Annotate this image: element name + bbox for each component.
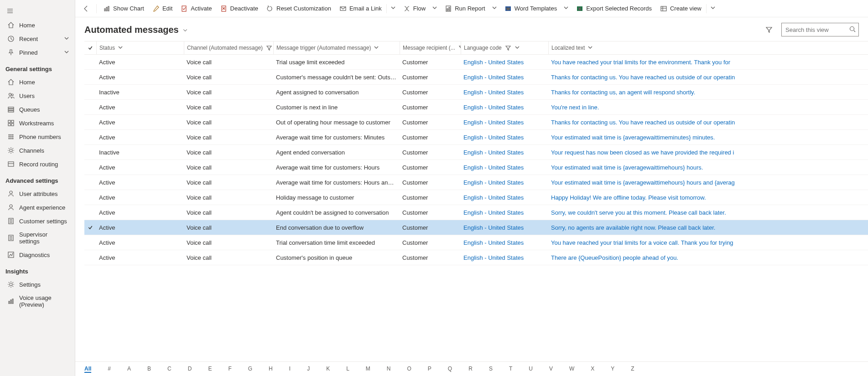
- view-title-dropdown[interactable]: Automated messages: [84, 25, 188, 35]
- col-text[interactable]: Localized text: [548, 41, 868, 54]
- jump-p[interactable]: P: [428, 366, 431, 373]
- sidebar-item-home[interactable]: Home: [0, 18, 75, 32]
- cmd-dropdown[interactable]: [388, 3, 399, 14]
- cell-localized-text-link[interactable]: Sorry, no agents are available right now…: [548, 224, 868, 231]
- jump-u[interactable]: U: [529, 366, 533, 373]
- cell-language-link[interactable]: English - United States: [461, 134, 548, 141]
- table-row[interactable]: ActiveVoice callAgent couldn't be assign…: [84, 205, 868, 220]
- cell-language-link[interactable]: English - United States: [461, 179, 548, 186]
- jump-q[interactable]: Q: [448, 366, 452, 373]
- cmd-dropdown[interactable]: [489, 3, 500, 14]
- col-recipient[interactable]: Message recipient (...: [400, 41, 461, 54]
- cell-localized-text-link[interactable]: There are {QueuePosition} people ahead o…: [548, 254, 868, 261]
- col-trigger[interactable]: Message trigger (Automated message): [273, 41, 400, 54]
- jump-m[interactable]: M: [366, 366, 370, 373]
- cell-localized-text-link[interactable]: Thanks for contacting us, an agent will …: [548, 89, 868, 96]
- cell-language-link[interactable]: English - United States: [461, 239, 548, 246]
- col-status[interactable]: Status: [96, 41, 184, 54]
- cell-language-link[interactable]: English - United States: [461, 59, 548, 66]
- row-checkbox[interactable]: [84, 225, 96, 230]
- table-row[interactable]: ActiveVoice callHoliday message to custo…: [84, 190, 868, 205]
- cell-localized-text-link[interactable]: You have reached your trial limits for t…: [548, 59, 868, 66]
- cell-localized-text-link[interactable]: Sorry, we couldn't serve you at this mom…: [548, 209, 868, 216]
- cmd-dropdown[interactable]: [561, 3, 572, 14]
- select-all[interactable]: [84, 45, 96, 51]
- jump-v[interactable]: V: [549, 366, 553, 373]
- sidebar-item-phone-numbers[interactable]: Phone numbers: [0, 130, 75, 144]
- cell-language-link[interactable]: English - United States: [461, 164, 548, 171]
- cell-localized-text-link[interactable]: Your estimated wait time is {averagewait…: [548, 179, 868, 186]
- sidebar-item-users[interactable]: Users: [0, 89, 75, 103]
- jump-i[interactable]: I: [289, 366, 291, 373]
- cell-localized-text-link[interactable]: You have reached your trial limits for a…: [548, 239, 868, 246]
- col-lang[interactable]: Language code: [461, 41, 548, 54]
- sidebar-item-voice-usage-preview-[interactable]: Voice usage (Preview): [0, 291, 75, 311]
- jump-b[interactable]: B: [147, 366, 151, 373]
- table-row[interactable]: ActiveVoice callAverage wait time for cu…: [84, 175, 868, 190]
- cmd-dropdown[interactable]: [707, 3, 718, 14]
- jump-d[interactable]: D: [188, 366, 192, 373]
- sidebar-item-agent-experience[interactable]: Agent experience: [0, 201, 75, 214]
- table-row[interactable]: InactiveVoice callAgent ended conversati…: [84, 145, 868, 160]
- jump-z[interactable]: Z: [631, 366, 634, 373]
- cell-language-link[interactable]: English - United States: [461, 119, 548, 126]
- jump-c[interactable]: C: [167, 366, 172, 373]
- table-row[interactable]: ActiveVoice callCustomer's position in q…: [84, 250, 868, 265]
- cmd-word-templates[interactable]: WWord Templates: [501, 3, 561, 14]
- cell-localized-text-link[interactable]: Your estimated wait time is {averagewait…: [548, 134, 868, 141]
- table-row[interactable]: ActiveVoice callOut of operating hour me…: [84, 115, 868, 130]
- cell-localized-text-link[interactable]: Thanks for contacting us. You have reach…: [548, 74, 868, 81]
- cell-language-link[interactable]: English - United States: [461, 209, 548, 216]
- sidebar-item-settings[interactable]: Settings: [0, 278, 75, 291]
- cell-localized-text-link[interactable]: Thanks for contacting us. You have reach…: [548, 119, 868, 126]
- sidebar-item-supervisor-settings[interactable]: Supervisor settings: [0, 228, 75, 248]
- sidebar-item-recent[interactable]: Recent: [0, 32, 75, 46]
- sidebar-item-channels[interactable]: Channels: [0, 144, 75, 157]
- cell-language-link[interactable]: English - United States: [461, 74, 548, 81]
- cell-language-link[interactable]: English - United States: [461, 194, 548, 201]
- cell-localized-text-link[interactable]: Your request has now been closed as we h…: [548, 149, 868, 156]
- table-row[interactable]: ActiveVoice callCustomer's message could…: [84, 70, 868, 85]
- jump-r[interactable]: R: [468, 366, 473, 373]
- back-button[interactable]: [79, 3, 94, 14]
- cell-language-link[interactable]: English - United States: [461, 224, 548, 231]
- jump-#[interactable]: #: [108, 366, 111, 373]
- cmd-export-selected-records[interactable]: XExport Selected Records: [572, 3, 655, 14]
- sidebar-item-workstreams[interactable]: Workstreams: [0, 116, 75, 130]
- cell-language-link[interactable]: English - United States: [461, 104, 548, 111]
- cell-language-link[interactable]: English - United States: [461, 89, 548, 96]
- jump-o[interactable]: O: [407, 366, 411, 373]
- cell-language-link[interactable]: English - United States: [461, 149, 548, 156]
- col-channel[interactable]: Channel (Automated message): [184, 41, 273, 54]
- jump-all[interactable]: All: [84, 366, 91, 373]
- sidebar-item-home[interactable]: Home: [0, 75, 75, 89]
- cmd-run-report[interactable]: Run Report: [441, 3, 489, 14]
- table-row[interactable]: InactiveVoice callAgent assigned to conv…: [84, 85, 868, 100]
- search-input[interactable]: [781, 23, 859, 36]
- jump-t[interactable]: T: [509, 366, 512, 373]
- jump-k[interactable]: K: [326, 366, 330, 373]
- cell-localized-text-link[interactable]: Happy Holiday! We are offline today. Ple…: [548, 194, 868, 201]
- jump-n[interactable]: N: [387, 366, 391, 373]
- cell-localized-text-link[interactable]: You're next in line.: [548, 104, 868, 111]
- table-row[interactable]: ActiveVoice callTrial conversation time …: [84, 235, 868, 250]
- cell-localized-text-link[interactable]: Your estimated wait time is {averagewait…: [548, 164, 868, 171]
- sidebar-item-customer-settings[interactable]: Customer settings: [0, 214, 75, 228]
- table-row[interactable]: ActiveVoice callAverage wait time for cu…: [84, 130, 868, 145]
- cmd-reset-customization[interactable]: Reset Customization: [263, 3, 335, 14]
- cmd-email-a-link[interactable]: Email a Link: [336, 3, 385, 14]
- jump-l[interactable]: L: [346, 366, 349, 373]
- sidebar-item-user-attributes[interactable]: User attributes: [0, 187, 75, 201]
- jump-s[interactable]: S: [489, 366, 493, 373]
- sidebar-item-record-routing[interactable]: Record routing: [0, 157, 75, 171]
- table-row[interactable]: ActiveVoice callCustomer is next in line…: [84, 100, 868, 115]
- sidebar-item-diagnostics[interactable]: Diagnostics: [0, 248, 75, 262]
- jump-j[interactable]: J: [307, 366, 310, 373]
- jump-w[interactable]: W: [569, 366, 574, 373]
- cell-language-link[interactable]: English - United States: [461, 254, 548, 261]
- cmd-edit[interactable]: Edit: [149, 3, 176, 14]
- table-row[interactable]: ActiveVoice callAverage wait time for cu…: [84, 160, 868, 175]
- jump-x[interactable]: X: [591, 366, 594, 373]
- jump-e[interactable]: E: [208, 366, 212, 373]
- jump-g[interactable]: G: [248, 366, 252, 373]
